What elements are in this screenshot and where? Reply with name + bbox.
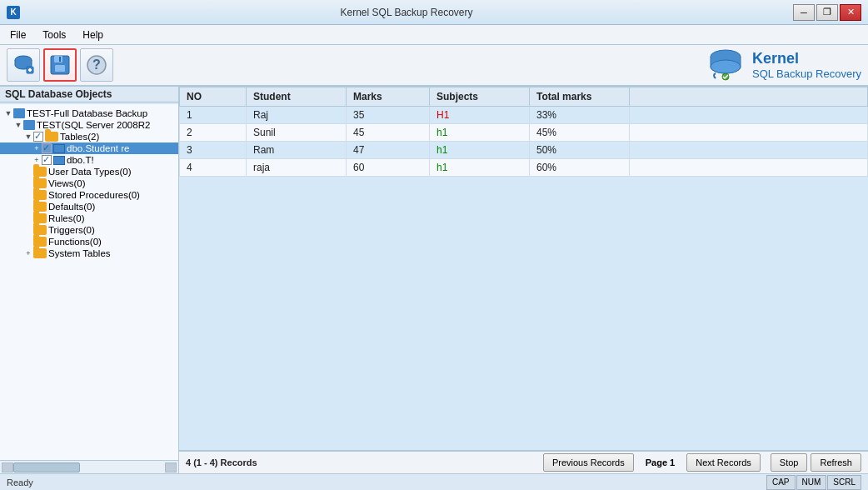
tree-label: Rules(0): [48, 213, 84, 223]
expand-icon: +: [32, 156, 42, 164]
cell-total: 33%: [530, 107, 630, 124]
tree-label: dbo.T!: [67, 155, 94, 165]
table-row: 4raja60h160%: [180, 159, 868, 177]
tree-item-functions[interactable]: Functions(0): [0, 236, 178, 248]
toolbar: ? Kernel SQL Backup Recovery: [0, 45, 868, 87]
svg-rect-7: [59, 57, 61, 62]
logo-text: Kernel SQL Backup Recovery: [752, 50, 861, 80]
cell-student: raja: [247, 159, 347, 177]
tree-panel: ▼ TEST-Full Database Backup ▼ TEST(SQL S…: [0, 104, 179, 460]
cell-marks: 60: [347, 159, 430, 177]
folder-icon: [45, 132, 58, 142]
tree-item-tables[interactable]: ▼ Tables(2): [0, 131, 178, 142]
app-logo: Kernel SQL Backup Recovery: [706, 48, 861, 82]
cell-no: 3: [180, 142, 247, 159]
cell-extra: [630, 124, 868, 142]
tree-label: Defaults(0): [48, 202, 95, 212]
logo-icon: [706, 48, 746, 82]
page-label: Page 1: [637, 458, 683, 468]
minimize-button[interactable]: ─: [793, 4, 815, 21]
col-student: Student: [247, 88, 347, 107]
main-content: SQL Database Objects ▼ TEST-Full Databas…: [0, 87, 868, 473]
cell-student: Sunil: [247, 124, 347, 142]
cell-no: 1: [180, 107, 247, 124]
checkbox-tables[interactable]: [33, 132, 43, 142]
tree-label: Functions(0): [48, 237, 102, 247]
cell-subjects: H1: [430, 107, 530, 124]
window-controls: ─ ❐ ✕: [793, 4, 861, 21]
svg-rect-6: [55, 65, 65, 72]
data-area: NO Student Marks Subjects Total marks 1R…: [179, 87, 868, 473]
sidebar-header: SQL Database Objects: [0, 87, 178, 102]
scrl-indicator: SCRL: [827, 475, 861, 490]
tree-item-student[interactable]: + dbo.Student re: [0, 142, 178, 154]
cell-total: 45%: [530, 124, 630, 142]
col-no: NO: [180, 88, 247, 107]
statusbar: 4 (1 - 4) Records Previous Records Page …: [179, 450, 868, 473]
cell-student: Ram: [247, 142, 347, 159]
tree-item-t[interactable]: + dbo.T!: [0, 154, 178, 166]
cell-marks: 35: [347, 107, 430, 124]
tree-item-root[interactable]: ▼ TEST-Full Database Backup: [0, 108, 178, 119]
tree-item-server[interactable]: ▼ TEST(SQL Server 2008R2: [0, 119, 178, 131]
checkbox-student[interactable]: [42, 143, 52, 153]
tree-label: Triggers(0): [48, 225, 95, 235]
checkbox-t[interactable]: [42, 155, 52, 165]
expand-icon: ▼: [13, 121, 23, 129]
tree-label: Tables(2): [60, 132, 99, 142]
save-button[interactable]: [43, 48, 77, 82]
cell-no: 2: [180, 124, 247, 142]
sidebar-scrollbar[interactable]: [0, 460, 178, 473]
cell-student: Raj: [247, 107, 347, 124]
cell-extra: [630, 142, 868, 159]
menubar: File Tools Help: [0, 25, 868, 45]
tree-label: Stored Procedures(0): [48, 190, 140, 200]
col-extra: [630, 88, 868, 107]
cell-extra: [630, 107, 868, 124]
next-records-button[interactable]: Next Records: [686, 453, 761, 472]
db-icon: [13, 108, 25, 118]
refresh-button[interactable]: Refresh: [811, 453, 861, 472]
bottom-statusbar: Ready CAP NUM SCRL: [0, 473, 868, 490]
prev-records-button[interactable]: Previous Records: [543, 453, 634, 472]
svg-point-11: [711, 60, 741, 73]
cell-extra: [630, 159, 868, 177]
tree-item-sprocs[interactable]: Stored Procedures(0): [0, 189, 178, 201]
col-marks: Marks: [347, 88, 430, 107]
num-indicator: NUM: [796, 475, 827, 490]
restore-button[interactable]: ❐: [816, 4, 838, 21]
db-icon: [23, 120, 35, 130]
tree-item-triggers[interactable]: Triggers(0): [0, 224, 178, 236]
close-button[interactable]: ✕: [840, 4, 861, 21]
cell-no: 4: [180, 159, 247, 177]
svg-rect-5: [54, 56, 62, 62]
help-button[interactable]: ?: [80, 48, 113, 82]
table-icon: [53, 156, 65, 165]
window-title: Kernel SQL Backup Recovery: [20, 7, 793, 18]
records-table: NO Student Marks Subjects Total marks 1R…: [179, 87, 868, 177]
menu-help[interactable]: Help: [76, 28, 110, 42]
tree-item-views[interactable]: Views(0): [0, 178, 178, 189]
cell-total: 50%: [530, 142, 630, 159]
data-grid: NO Student Marks Subjects Total marks 1R…: [179, 87, 868, 450]
menu-tools[interactable]: Tools: [36, 28, 72, 42]
stop-button[interactable]: Stop: [771, 453, 808, 472]
tree-label: User Data Types(0): [48, 167, 132, 177]
table-icon: [53, 144, 65, 153]
records-info: 4 (1 - 4) Records: [186, 458, 302, 468]
menu-file[interactable]: File: [3, 28, 32, 42]
tree-item-defaults[interactable]: Defaults(0): [0, 201, 178, 212]
tree-item-rules[interactable]: Rules(0): [0, 212, 178, 224]
cell-marks: 47: [347, 142, 430, 159]
cell-subjects: h1: [430, 159, 530, 177]
titlebar: K Kernel SQL Backup Recovery ─ ❐ ✕: [0, 0, 868, 25]
tree-label: TEST-Full Database Backup: [27, 108, 147, 118]
tree-item-udts[interactable]: User Data Types(0): [0, 166, 178, 178]
scrollbar-thumb[interactable]: [13, 462, 80, 472]
table-row: 3Ram47h150%: [180, 142, 868, 159]
tree-item-systables[interactable]: + System Tables: [0, 248, 178, 259]
cell-total: 60%: [530, 159, 630, 177]
expand-icon: +: [32, 144, 42, 152]
status-indicators: CAP NUM SCRL: [766, 475, 861, 490]
add-db-button[interactable]: [7, 48, 40, 82]
